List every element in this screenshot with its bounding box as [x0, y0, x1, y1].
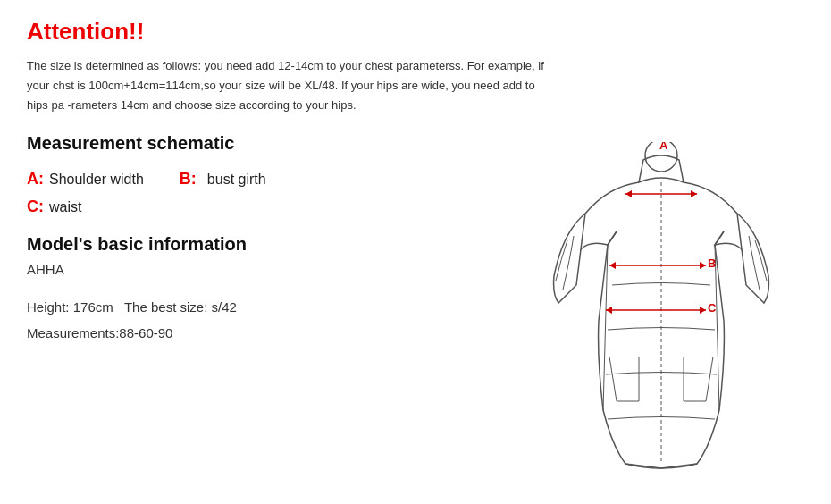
- main-layout: Measurement schematic A: Shoulder width …: [27, 133, 804, 482]
- measurements-label: Measurements:88-60-90: [27, 321, 500, 347]
- svg-marker-12: [606, 307, 612, 314]
- attention-title: Attention!!: [27, 18, 804, 46]
- svg-marker-8: [609, 262, 616, 269]
- measurement-section-title: Measurement schematic: [27, 133, 500, 154]
- text-b: bust girth: [207, 172, 266, 188]
- measurement-row-c: C: waist: [27, 197, 500, 216]
- left-content: Measurement schematic A: Shoulder width …: [27, 133, 518, 346]
- svg-marker-9: [700, 262, 706, 269]
- coat-diagram-container: A B C: [518, 133, 804, 482]
- measurement-row-ab: A: Shoulder width B: bust girth: [27, 170, 500, 189]
- label-a: A:: [27, 170, 44, 189]
- intro-paragraph: The size is determined as follows: you n…: [27, 56, 545, 115]
- best-size-label: The best size: s/42: [124, 299, 237, 315]
- svg-text:B: B: [708, 256, 716, 270]
- svg-text:A: A: [659, 142, 668, 152]
- label-b: B:: [180, 170, 197, 189]
- svg-marker-5: [691, 190, 697, 197]
- height-best-size: Height: 176cm The best size: s/42: [27, 295, 500, 321]
- measurements-list: A: Shoulder width B: bust girth C: waist: [27, 170, 500, 216]
- text-a: Shoulder width: [49, 172, 144, 188]
- coat-diagram: A B C: [536, 142, 786, 482]
- model-section-title: Model's basic information: [27, 234, 500, 255]
- svg-marker-4: [625, 190, 632, 197]
- svg-marker-13: [700, 307, 706, 314]
- model-name: AHHA: [27, 262, 500, 277]
- label-c: C:: [27, 197, 44, 216]
- text-c: waist: [49, 199, 81, 215]
- height-label: Height: 176cm: [27, 299, 113, 315]
- svg-text:C: C: [708, 301, 717, 315]
- model-details: Height: 176cm The best size: s/42 Measur…: [27, 295, 500, 346]
